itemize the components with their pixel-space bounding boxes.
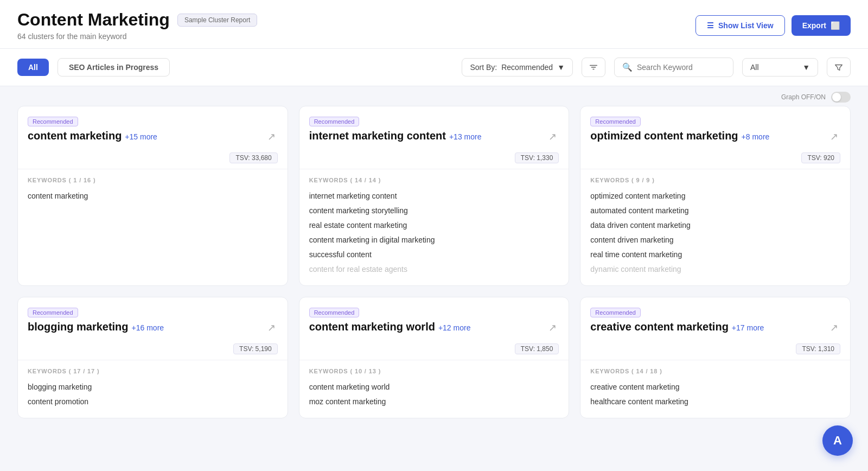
card-header: Recommended creative content marketing+1… [580, 297, 850, 340]
header-title-group: Content Marketing Sample Cluster Report … [17, 10, 257, 41]
export-label: Export [802, 21, 826, 30]
keywords-label: KEYWORDS ( 9 / 9 ) [590, 177, 840, 183]
card-body: KEYWORDS ( 10 / 13 ) content marketing w… [299, 360, 569, 418]
card-title: content marketing [28, 130, 122, 142]
card-body: KEYWORDS ( 17 / 17 ) blogging marketingc… [18, 360, 288, 418]
card-title-group: blogging marketing+16 more [28, 321, 164, 333]
expand-button[interactable]: ↗ [828, 321, 840, 335]
card-title-row: content marketing world+12 more ↗ [309, 321, 559, 335]
keyword-item: dynamic content marketing [590, 262, 840, 277]
keyword-item: blogging marketing [28, 380, 278, 394]
cluster-card: Recommended blogging marketing+16 more ↗… [17, 297, 288, 418]
filter-lines-icon [589, 62, 598, 72]
card-title-group: optimized content marketing+8 more [590, 130, 769, 142]
card-title: content marketing world [309, 321, 435, 333]
keyword-item: content for real estate agents [309, 262, 559, 277]
search-icon: 🔍 [622, 62, 633, 72]
header: Content Marketing Sample Cluster Report … [0, 0, 868, 49]
expand-button[interactable]: ↗ [546, 321, 559, 335]
export-icon: ⬜ [831, 21, 840, 30]
tab-all[interactable]: All [17, 59, 49, 76]
card-title-row: optimized content marketing+8 more ↗ [590, 130, 840, 144]
recommended-badge: Recommended [28, 308, 78, 317]
header-left: Content Marketing Sample Cluster Report … [17, 10, 257, 41]
card-header: Recommended internet marketing content+1… [299, 106, 569, 149]
card-body: KEYWORDS ( 1 / 16 ) content marketing [18, 169, 288, 212]
page-title: Content Marketing [17, 10, 170, 30]
sort-filter-button[interactable] [582, 58, 605, 77]
keyword-item: real estate content marketing [309, 218, 559, 233]
header-actions: ☰ Show List View Export ⬜ [695, 15, 851, 36]
card-title-row: creative content marketing+17 more ↗ [590, 321, 840, 335]
recommended-badge: Recommended [28, 117, 78, 126]
cluster-card: Recommended internet marketing content+1… [299, 106, 570, 286]
card-title: creative content marketing [590, 321, 729, 333]
keyword-item: optimized content marketing [590, 189, 840, 203]
tsv-badge: TSV: 1,850 [515, 343, 559, 354]
keyword-list: content marketing [28, 189, 278, 203]
keyword-list: content marketing worldmoz content marke… [309, 380, 559, 409]
search-input[interactable] [637, 63, 725, 72]
graph-toggle-label: Graph OFF/ON [781, 93, 826, 101]
export-button[interactable]: Export ⬜ [792, 15, 851, 36]
keywords-label: KEYWORDS ( 1 / 16 ) [28, 177, 278, 183]
keyword-item: data driven content marketing [590, 218, 840, 233]
keywords-label: KEYWORDS ( 14 / 14 ) [309, 177, 559, 183]
keyword-item: content marketing world [309, 380, 559, 394]
tab-seo-articles[interactable]: SEO Articles in Progress [58, 58, 170, 77]
card-more: +12 more [438, 323, 471, 332]
chevron-down-icon: ▼ [557, 63, 565, 72]
search-box[interactable]: 🔍 [614, 58, 733, 77]
expand-button[interactable]: ↗ [546, 130, 559, 144]
keyword-item: content promotion [28, 394, 278, 409]
card-more: +8 more [742, 132, 770, 141]
keyword-item: healthcare content marketing [590, 394, 840, 409]
tsv-row: TSV: 1,310 [580, 340, 850, 360]
cards-grid: Recommended content marketing+15 more ↗ … [0, 106, 868, 436]
tsv-badge: TSV: 1,310 [796, 343, 840, 354]
card-more: +13 more [449, 132, 482, 141]
card-title-row: blogging marketing+16 more ↗ [28, 321, 278, 335]
keywords-label: KEYWORDS ( 14 / 18 ) [590, 368, 840, 374]
tsv-badge: TSV: 920 [801, 152, 840, 163]
list-icon: ☰ [707, 21, 714, 30]
expand-button[interactable]: ↗ [265, 321, 278, 335]
keywords-label: KEYWORDS ( 17 / 17 ) [28, 368, 278, 374]
sample-cluster-badge: Sample Cluster Report [177, 14, 257, 27]
graph-toggle-switch[interactable] [831, 92, 851, 103]
card-more: +15 more [125, 132, 157, 141]
keyword-list: creative content marketinghealthcare con… [590, 380, 840, 409]
card-title-group: creative content marketing+17 more [590, 321, 764, 333]
funnel-filter-button[interactable] [827, 58, 851, 77]
keyword-item: automated content marketing [590, 203, 840, 218]
sort-by-control[interactable]: Sort By: Recommended ▼ [462, 58, 573, 77]
cluster-card: Recommended creative content marketing+1… [580, 297, 851, 418]
toolbar: All SEO Articles in Progress Sort By: Re… [0, 49, 868, 86]
chevron-down-icon-2: ▼ [802, 63, 810, 72]
page-subtitle: 64 clusters for the main keyword [17, 32, 257, 41]
keyword-list: blogging marketingcontent promotion [28, 380, 278, 409]
keyword-item: moz content marketing [309, 394, 559, 409]
card-more: +16 more [132, 323, 164, 332]
recommended-badge: Recommended [309, 308, 360, 317]
card-body: KEYWORDS ( 14 / 18 ) creative content ma… [580, 360, 850, 418]
tsv-row: TSV: 5,190 [18, 340, 288, 360]
card-title: internet marketing content [309, 130, 446, 142]
show-list-view-button[interactable]: ☰ Show List View [695, 15, 785, 36]
expand-button[interactable]: ↗ [828, 130, 840, 144]
keywords-label: KEYWORDS ( 10 / 13 ) [309, 368, 559, 374]
tsv-badge: TSV: 33,680 [229, 152, 277, 163]
expand-button[interactable]: ↗ [265, 130, 278, 144]
card-header: Recommended optimized content marketing+… [580, 106, 850, 149]
cluster-card: Recommended content marketing+15 more ↗ … [17, 106, 288, 286]
all-dropdown[interactable]: All ▼ [742, 58, 818, 77]
funnel-icon [834, 62, 844, 72]
card-header: Recommended content marketing+15 more ↗ [18, 106, 288, 149]
cluster-card: Recommended content marketing world+12 m… [299, 297, 570, 418]
keyword-list: optimized content marketingautomated con… [590, 189, 840, 277]
card-title-row: content marketing+15 more ↗ [28, 130, 278, 144]
keyword-item: content marketing in digital marketing [309, 233, 559, 247]
keyword-item: real time content marketing [590, 247, 840, 262]
keyword-item: content marketing storytelling [309, 203, 559, 218]
card-title-group: internet marketing content+13 more [309, 130, 482, 142]
